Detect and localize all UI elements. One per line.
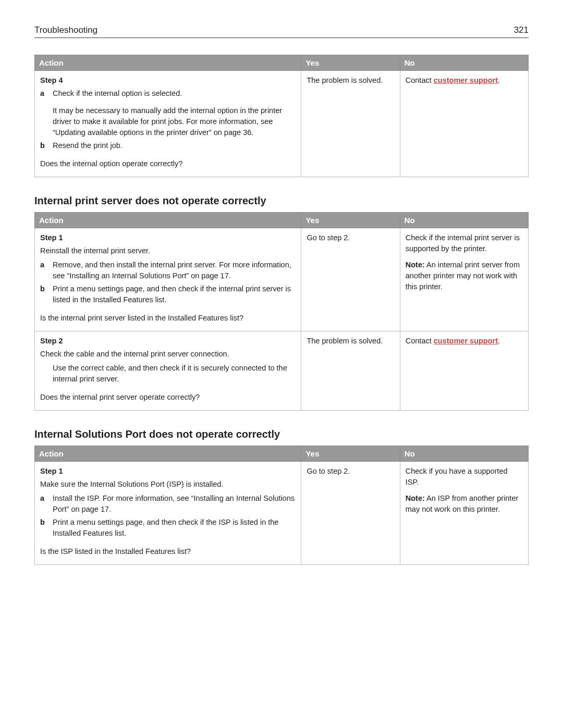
col-yes: Yes [301,213,400,228]
table3-step1-yes: Go to step 2. [301,462,400,565]
table2-step1-no: Check if the internal print server is su… [400,228,528,331]
page-header: Troubleshooting 321 [34,25,529,38]
note-label: Note: [406,261,425,269]
table3-step1-action: Step 1 Make sure the Internal Solutions … [35,462,301,565]
troubleshoot-table-3: Action Yes No Step 1 Make sure the Inter… [34,446,529,565]
step-title: Step 1 [40,232,296,243]
table2-step2-yes: The problem is solved. [301,331,400,411]
table1-step4-yes: The problem is solved. [301,71,400,177]
table2-step2-action: Step 2 Check the cable and the internal … [35,331,301,411]
step1-item-a: a Remove, and then install the internal … [40,260,296,281]
table2-step1-action: Step 1 Reinstall the internal print serv… [35,228,301,331]
table1-step4-no: Contact customer support. [400,71,528,177]
col-no: No [400,446,528,462]
step2-intro: Check the cable and the internal print s… [40,349,296,360]
customer-support-link[interactable]: customer support [434,337,498,345]
table2-step1-row: Step 1 Reinstall the internal print serv… [35,228,529,331]
page-number: 321 [514,25,529,35]
section2-heading: Internal print server does not operate c… [34,195,529,207]
step1-item-b: b Print a menu settings page, and then c… [40,517,296,539]
step2-body: Use the correct cable, and then check if… [53,363,296,385]
col-action: Action [35,55,301,71]
step2-question: Does the internal print server operate c… [40,392,296,403]
step1-item-b: b Print a menu settings page, and then c… [40,283,296,305]
col-no: No [400,213,528,228]
step1-intro: Make sure the Internal Solutions Port (I… [40,479,296,490]
table1-step4-row: Step 4 a Check if the internal option is… [35,71,529,177]
table3-step1-row: Step 1 Make sure the Internal Solutions … [35,462,529,565]
step4-item-a-note: It may be necessary to manually add the … [53,105,296,138]
step1-item-a: a Install the ISP. For more information,… [40,493,296,515]
header-title: Troubleshooting [34,25,97,35]
table2-step1-yes: Go to step 2. [301,228,400,331]
step1-question: Is the ISP listed in the Installed Featu… [40,546,296,557]
step-title: Step 1 [40,466,296,477]
step4-item-b: b Resend the print job. [40,140,296,151]
table3-step1-no: Check if you have a supported ISP. Note:… [400,462,528,565]
step-title: Step 4 [40,75,296,86]
step1-intro: Reinstall the internal print server. [40,245,296,256]
table2-step2-row: Step 2 Check the cable and the internal … [35,331,529,411]
col-action: Action [35,213,301,228]
note-label: Note: [406,494,425,502]
col-yes: Yes [301,55,400,71]
col-yes: Yes [301,446,400,462]
table2-step2-no: Contact customer support. [400,331,528,411]
troubleshoot-table-1: Action Yes No Step 4 a Check if the inte… [34,55,529,177]
step-title: Step 2 [40,336,296,347]
step1-question: Is the internal print server listed in t… [40,313,296,324]
step4-item-a: a Check if the internal option is select… [40,88,296,99]
step4-question: Does the internal option operate correct… [40,158,296,169]
section3-heading: Internal Solutions Port does not operate… [34,428,529,440]
troubleshoot-table-2: Action Yes No Step 1 Reinstall the inter… [34,212,529,411]
table1-step4-action: Step 4 a Check if the internal option is… [35,71,301,177]
col-no: No [400,55,528,71]
customer-support-link[interactable]: customer support [434,76,498,84]
col-action: Action [35,446,301,462]
